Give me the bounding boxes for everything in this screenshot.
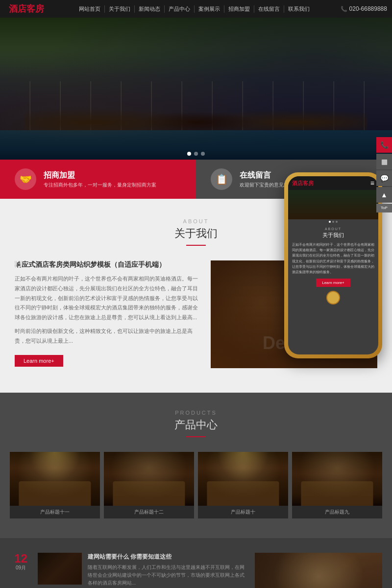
- nav-item-franchise[interactable]: 招商加盟: [224, 5, 254, 13]
- products-title: 产品中心: [0, 418, 392, 437]
- news-info-1: 建网站需要什么 你需要知道这些 随着互联网的不断发展，人们工作和生活与这里越来越…: [88, 553, 245, 587]
- news-date-1: 12 09月: [10, 553, 32, 587]
- news-thumb-1: [38, 553, 82, 585]
- phone-menu-icon: ≡: [370, 179, 374, 187]
- hero-dot-1[interactable]: [187, 152, 191, 156]
- phone-about-label: ABOUT: [288, 224, 378, 231]
- franchise-icon: 🤝: [15, 168, 36, 190]
- about-content: " 响应式酒店客房类网站织梦模板（自适应手机端） 正如不会有两片相同的叶子，这个…: [0, 260, 392, 368]
- franchise-title: 招商加盟: [44, 170, 156, 181]
- sidebar-float: 📞 ▦ 💬 ▲ ToP: [376, 137, 392, 212]
- franchise-text: 招商加盟 专注招商外包多年，一对一服务，量身定制招商方案: [44, 170, 156, 188]
- news-list: 12 09月 建网站需要什么 你需要知道这些 随着互联网的不断发展，人们工作和生…: [10, 553, 245, 588]
- products-section: PRODUCTS 产品中心 产品标题十一 产品标题十二 产品标题十: [0, 393, 392, 538]
- product-bed-4: [301, 481, 373, 506]
- nav-item-cases[interactable]: 案例展示: [195, 5, 224, 13]
- product-image-2: [104, 452, 194, 506]
- phone-header: 酒店客房 ≡: [288, 176, 378, 190]
- sidebar-phone-button[interactable]: 📞: [376, 137, 392, 153]
- phone-logo: 酒店客房: [292, 180, 314, 187]
- message-icon: 📋: [211, 168, 232, 190]
- nav-item-news[interactable]: 新闻动态: [135, 5, 165, 13]
- sidebar-wechat-button[interactable]: 💬: [376, 170, 392, 186]
- phone-icon: 📞: [380, 141, 389, 149]
- product-bed-1: [19, 481, 91, 506]
- about-text-block: " 响应式酒店客房类网站织梦模板（自适应手机端） 正如不会有两片相同的叶子，这个…: [15, 260, 211, 368]
- product-label-1: 产品标题十一: [10, 506, 100, 518]
- product-item-1[interactable]: 产品标题十一: [10, 452, 100, 518]
- phone-dot-2: [332, 221, 334, 223]
- phone-learn-more[interactable]: Learn more+: [316, 279, 350, 287]
- handshake-icon: 🤝: [20, 173, 32, 185]
- franchise-banner[interactable]: 🤝 招商加盟 专注招商外包多年，一对一服务，量身定制招商方案: [0, 160, 196, 199]
- product-item-2[interactable]: 产品标题十二: [104, 452, 194, 518]
- hero-dot-2[interactable]: [194, 152, 198, 156]
- phone-mockup: 酒店客房 ≡ ABOUT 关于我们 正如不会有两片相同的叶子，这个世界也不会有两…: [284, 172, 382, 358]
- hero-dot-3[interactable]: [201, 152, 205, 156]
- product-image-4: [292, 452, 382, 506]
- news-item-1[interactable]: 12 09月 建网站需要什么 你需要知道这些 随着互联网的不断发展，人们工作和生…: [10, 553, 245, 588]
- nav-item-home[interactable]: 网站首页: [75, 5, 105, 13]
- sidebar-qr-button[interactable]: ▦: [376, 154, 392, 169]
- quote-mark: ": [13, 256, 25, 285]
- hero-dots: [187, 152, 205, 156]
- phone-dot-1: [329, 221, 331, 223]
- phone-hero: [288, 190, 378, 219]
- product-bed-3: [207, 481, 279, 506]
- phone-screen: 酒店客房 ≡ ABOUT 关于我们 正如不会有两片相同的叶子，这个世界也不会有两…: [288, 176, 378, 354]
- about-learn-more[interactable]: Learn more+: [15, 355, 63, 367]
- phone-dots: [288, 219, 378, 224]
- product-image-3: [198, 452, 288, 506]
- news-feature: / 2018-09-12 网站维护对于企业来说具有哪些重要性 企业的网站建设之初…: [255, 553, 382, 588]
- news-month-1: 09月: [10, 564, 32, 571]
- site-logo[interactable]: 酒店客房: [5, 2, 48, 16]
- news-day-1: 12: [10, 553, 32, 564]
- news-title-1: 建网站需要什么 你需要知道这些: [88, 553, 245, 561]
- nav-item-about[interactable]: 关于我们: [105, 5, 135, 13]
- wechat-icon: 💬: [380, 174, 389, 182]
- back-to-top-button[interactable]: ToP: [376, 204, 392, 212]
- nav-item-contact[interactable]: 联系我们: [284, 5, 314, 13]
- phone-about-title: 关于我们: [288, 231, 378, 242]
- clipboard-icon: 📋: [216, 173, 228, 185]
- news-section: 12 09月 建网站需要什么 你需要知道这些 随着互联网的不断发展，人们工作和生…: [0, 538, 392, 588]
- product-label-2: 产品标题十二: [104, 506, 194, 518]
- about-image-wrapper: Dede58 酒店客房 ≡: [211, 260, 377, 368]
- phone-about-text: 正如不会有两片相同的叶子，这个世界也不会有两家相同的英迪格酒店。每一家酒店的设计…: [288, 242, 378, 275]
- franchise-desc: 专注招商外包多年，一对一服务，量身定制招商方案: [44, 182, 156, 188]
- phone-home-button: [326, 291, 340, 305]
- news-feature-image: [255, 553, 382, 588]
- product-label-3: 产品标题十: [198, 506, 288, 518]
- hero-furniture: [24, 91, 368, 130]
- products-grid: 产品标题十一 产品标题十二 产品标题十 产品标题九: [0, 452, 392, 518]
- product-bed-2: [113, 481, 185, 506]
- product-item-4[interactable]: 产品标题九: [292, 452, 382, 518]
- products-label: PRODUCTS: [0, 410, 392, 416]
- arrow-up-icon: ▲: [381, 191, 388, 199]
- header-phone: 020-66889888: [341, 5, 387, 12]
- main-nav: 网站首页 关于我们 新闻动态 产品中心 案例展示 招商加盟 在线留言 联系我们: [75, 5, 314, 13]
- phone-screen-inner: 酒店客房 ≡ ABOUT 关于我们 正如不会有两片相同的叶子，这个世界也不会有两…: [288, 176, 378, 354]
- about-content-title: 响应式酒店客房类网站织梦模板（自适应手机端）: [15, 260, 201, 269]
- sidebar-arrow-button[interactable]: ▲: [376, 187, 392, 203]
- nav-item-message[interactable]: 在线留言: [254, 5, 284, 13]
- about-paragraph-2: 时尚前沿的初级创新文化，这种精致文化，也可以让旅途中的旅途上总是高贵，您可以从境…: [15, 327, 201, 346]
- header: 酒店客房 网站首页 关于我们 新闻动态 产品中心 案例展示 招商加盟 在线留言 …: [0, 0, 392, 18]
- nav-item-products[interactable]: 产品中心: [165, 5, 195, 13]
- product-image-1: [10, 452, 100, 506]
- news-desc-1: 随着互联网的不断发展，人们工作和生活与这里越来越不开互联网，在网络世会企业网站建…: [88, 564, 245, 587]
- about-section: ABOUT 关于我们 " 响应式酒店客房类网站织梦模板（自适应手机端） 正如不会…: [0, 199, 392, 393]
- about-paragraph-1: 正如不会有两片相同的叶子，这个世界也不会有两家相同的英迪格酒店。每一家酒店的设计…: [15, 274, 201, 323]
- hero-banner: [0, 18, 392, 160]
- phone-dot-3: [336, 221, 338, 223]
- product-label-4: 产品标题九: [292, 506, 382, 518]
- product-item-3[interactable]: 产品标题十: [198, 452, 288, 518]
- qr-icon: ▦: [381, 158, 388, 165]
